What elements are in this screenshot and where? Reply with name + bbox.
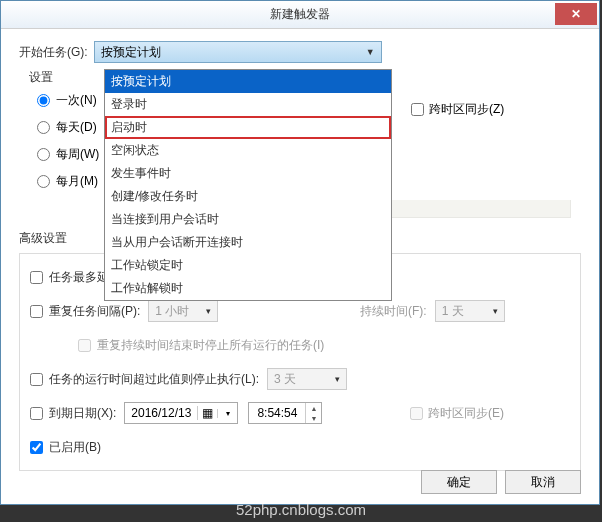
- expire-sync-checkbox: [410, 407, 423, 420]
- stop-running-checkbox: [78, 339, 91, 352]
- dropdown-option[interactable]: 登录时: [105, 93, 391, 116]
- sync-tz-checkbox[interactable]: [411, 103, 424, 116]
- expire-time-value: 8:54:54: [249, 404, 305, 422]
- stop-after-label: 任务的运行时间超过此值则停止执行(L):: [49, 371, 259, 388]
- calendar-icon[interactable]: ▦: [197, 406, 217, 420]
- stop-after-combo[interactable]: 3 天 ▾: [267, 368, 347, 390]
- radio-weekly[interactable]: [37, 148, 50, 161]
- duration-combo[interactable]: 1 天 ▾: [435, 300, 505, 322]
- window-title: 新建触发器: [1, 6, 599, 23]
- radio-weekly-label: 每周(W): [56, 146, 99, 163]
- repeat-value: 1 小时: [155, 303, 189, 320]
- chevron-down-icon[interactable]: ▾: [217, 409, 237, 418]
- spinner-up-icon[interactable]: ▲: [306, 403, 321, 413]
- chevron-down-icon: ▼: [366, 47, 375, 57]
- dropdown-option-highlight[interactable]: 启动时: [105, 116, 391, 139]
- duration-label: 持续时间(F):: [360, 303, 427, 320]
- repeat-checkbox[interactable]: [30, 305, 43, 318]
- cancel-button[interactable]: 取消: [505, 470, 581, 494]
- spinner-down-icon[interactable]: ▼: [306, 413, 321, 423]
- expire-time-spinner[interactable]: 8:54:54 ▲ ▼: [248, 402, 322, 424]
- close-button[interactable]: ✕: [555, 3, 597, 25]
- expire-sync-label: 跨时区同步(E): [428, 405, 504, 422]
- trigger-select[interactable]: 按预定计划 ▼: [94, 41, 382, 63]
- start-task-label: 开始任务(G):: [19, 44, 88, 61]
- dropdown-option[interactable]: 工作站锁定时: [105, 254, 391, 277]
- expire-date-value: 2016/12/13: [125, 404, 197, 422]
- settings-label: 设置: [29, 69, 53, 86]
- duration-value: 1 天: [442, 303, 464, 320]
- trigger-dropdown: 按预定计划 登录时 启动时 空闲状态 发生事件时 创建/修改任务时 当连接到用户…: [104, 69, 392, 301]
- titlebar: 新建触发器 ✕: [1, 1, 599, 29]
- radio-monthly-label: 每月(M): [56, 173, 98, 190]
- expire-checkbox[interactable]: [30, 407, 43, 420]
- stop-after-checkbox[interactable]: [30, 373, 43, 386]
- enabled-label: 已启用(B): [49, 439, 101, 456]
- radio-once[interactable]: [37, 94, 50, 107]
- radio-once-label: 一次(N): [56, 92, 97, 109]
- chevron-down-icon: ▾: [206, 306, 211, 316]
- expire-label: 到期日期(X):: [49, 405, 116, 422]
- ok-button[interactable]: 确定: [421, 470, 497, 494]
- close-icon: ✕: [571, 7, 581, 21]
- dropdown-option[interactable]: 当从用户会话断开连接时: [105, 231, 391, 254]
- radio-monthly[interactable]: [37, 175, 50, 188]
- enabled-checkbox[interactable]: [30, 441, 43, 454]
- repeat-label: 重复任务间隔(P):: [49, 303, 140, 320]
- sync-tz-label: 跨时区同步(Z): [429, 101, 504, 118]
- expire-date-picker[interactable]: 2016/12/13 ▦ ▾: [124, 402, 238, 424]
- dropdown-option[interactable]: 发生事件时: [105, 162, 391, 185]
- dropdown-option[interactable]: 空闲状态: [105, 139, 391, 162]
- chevron-down-icon: ▾: [335, 374, 340, 384]
- dropdown-option[interactable]: 创建/修改任务时: [105, 185, 391, 208]
- trigger-select-value: 按预定计划: [101, 44, 161, 61]
- stop-running-label: 重复持续时间结束时停止所有运行的任务(I): [97, 337, 324, 354]
- radio-daily-label: 每天(D): [56, 119, 97, 136]
- watermark: 52php.cnblogs.com: [236, 501, 366, 518]
- delay-checkbox[interactable]: [30, 271, 43, 284]
- dropdown-option[interactable]: 工作站解锁时: [105, 277, 391, 300]
- radio-daily[interactable]: [37, 121, 50, 134]
- dropdown-option[interactable]: 按预定计划: [105, 70, 391, 93]
- dropdown-option[interactable]: 当连接到用户会话时: [105, 208, 391, 231]
- repeat-combo[interactable]: 1 小时 ▾: [148, 300, 218, 322]
- chevron-down-icon: ▾: [493, 306, 498, 316]
- stop-after-value: 3 天: [274, 371, 296, 388]
